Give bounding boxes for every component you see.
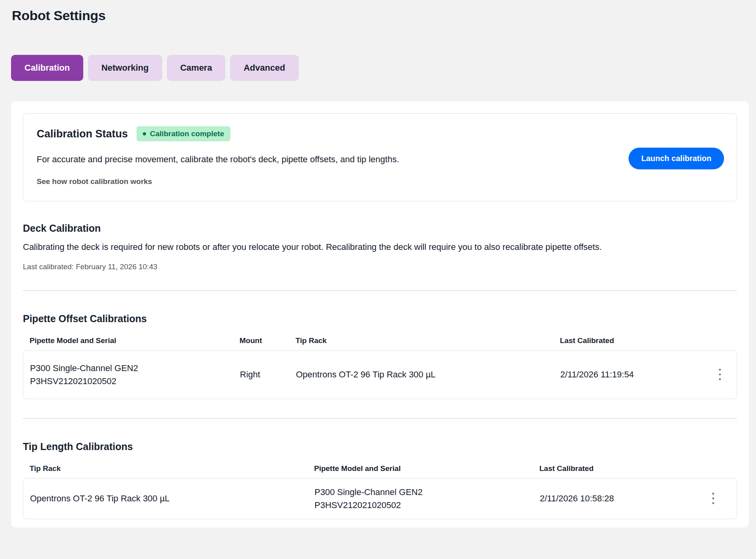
tab-camera[interactable]: Camera [167, 55, 226, 81]
pipette-model-serial-cell: P300 Single-Channel GEN2 P3HSV2120210205… [314, 486, 540, 512]
pipette-serial: P3HSV212021020502 [30, 375, 240, 388]
column-pipette-model-serial: Pipette Model and Serial [30, 336, 240, 345]
badge-label: Calibration complete [150, 129, 224, 138]
deck-last-calibrated: Last calibrated: February 11, 2026 10:43 [23, 263, 737, 271]
tip-rack-cell: Opentrons OT-2 96 Tip Rack 300 µL [296, 370, 560, 380]
calibration-complete-badge: Calibration complete [137, 126, 230, 141]
pipette-model-serial-cell: P300 Single-Channel GEN2 P3HSV2120210205… [30, 362, 240, 388]
table-row: Opentrons OT-2 96 Tip Rack 300 µL P300 S… [23, 478, 737, 519]
calibration-status-box: Calibration Status Calibration complete … [23, 113, 737, 201]
calibration-status-header: Calibration Status Calibration complete [37, 126, 723, 141]
calibration-panel: Calibration Status Calibration complete … [11, 101, 749, 528]
pipette-offset-table-header: Pipette Model and Serial Mount Tip Rack … [23, 336, 737, 345]
mount-cell: Right [240, 370, 296, 380]
column-pipette-model-serial: Pipette Model and Serial [314, 464, 539, 473]
tip-length-table-header: Tip Rack Pipette Model and Serial Last C… [23, 464, 737, 473]
section-divider [23, 418, 737, 419]
see-how-calibration-works-link[interactable]: See how robot calibration works [37, 177, 152, 186]
launch-calibration-button[interactable]: Launch calibration [629, 148, 724, 169]
table-row: P300 Single-Channel GEN2 P3HSV2120210205… [23, 350, 737, 399]
pipette-model: P300 Single-Channel GEN2 [314, 486, 540, 499]
pipette-offset-calibrations-title: Pipette Offset Calibrations [23, 313, 737, 325]
pipette-serial: P3HSV212021020502 [314, 499, 540, 512]
tab-advanced[interactable]: Advanced [230, 55, 298, 81]
overflow-menu-icon[interactable] [709, 490, 717, 507]
status-dot-icon [143, 132, 146, 135]
deck-calibration-description: Calibrating the deck is required for new… [23, 240, 729, 254]
last-calibrated-cell: 2/11/2026 11:19:54 [560, 370, 709, 380]
column-tip-rack: Tip Rack [30, 464, 314, 473]
column-tip-rack: Tip Rack [296, 336, 560, 345]
column-mount: Mount [240, 336, 296, 345]
pipette-model: P300 Single-Channel GEN2 [30, 362, 240, 375]
column-last-calibrated: Last Calibrated [539, 464, 696, 473]
tab-calibration[interactable]: Calibration [11, 55, 83, 81]
tip-length-calibrations-title: Tip Length Calibrations [23, 441, 737, 452]
pipette-offset-calibrations-section: Pipette Offset Calibrations Pipette Mode… [23, 313, 737, 399]
deck-calibration-title: Deck Calibration [23, 223, 737, 234]
calibration-status-title: Calibration Status [37, 128, 128, 140]
deck-calibration-section: Deck Calibration Calibrating the deck is… [23, 223, 737, 271]
tip-rack-cell: Opentrons OT-2 96 Tip Rack 300 µL [30, 493, 314, 504]
settings-tab-bar: Calibration Networking Camera Advanced [11, 55, 749, 81]
overflow-menu-icon[interactable] [716, 366, 724, 383]
column-last-calibrated: Last Calibrated [560, 336, 710, 345]
section-divider [23, 290, 737, 291]
last-calibrated-cell: 2/11/2026 10:58:28 [540, 493, 696, 504]
robot-settings-page: Robot Settings Calibration Networking Ca… [0, 0, 756, 528]
calibration-status-description: For accurate and precise movement, calib… [37, 154, 530, 165]
page-title: Robot Settings [11, 8, 749, 23]
tip-length-calibrations-section: Tip Length Calibrations Tip Rack Pipette… [23, 441, 737, 519]
tab-networking[interactable]: Networking [88, 55, 162, 81]
